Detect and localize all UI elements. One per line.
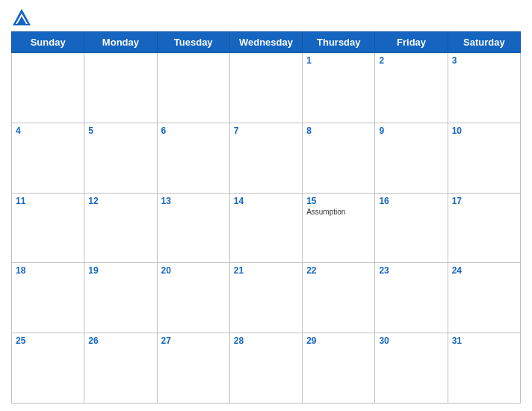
calendar-day-cell: 1 [303,53,375,123]
calendar-day-cell: 24 [448,263,520,333]
calendar-day-cell: 29 [303,333,375,404]
day-of-week-header: Wednesday [229,32,302,53]
calendar-day-cell [12,53,84,123]
day-of-week-header: Thursday [303,32,375,53]
day-number: 29 [306,336,371,346]
calendar-day-cell: 16 [375,193,448,263]
day-number: 21 [234,265,298,276]
day-number: 12 [88,196,152,206]
calendar-day-cell: 27 [157,333,229,404]
day-number: 24 [452,265,516,276]
day-of-week-header: Tuesday [157,32,229,53]
calendar-day-cell: 25 [12,333,84,404]
day-number: 3 [452,55,516,66]
day-number: 4 [16,126,80,136]
day-number: 25 [16,336,80,346]
day-number: 11 [16,196,80,206]
calendar-day-cell: 5 [84,123,157,193]
day-number: 23 [379,265,443,276]
day-event: Assumption [306,208,371,216]
day-of-week-header: Saturday [448,32,520,53]
day-number: 16 [379,196,443,206]
day-number: 17 [452,196,516,206]
calendar-day-cell [157,53,229,123]
calendar-day-cell: 11 [12,193,84,263]
calendar-day-cell: 12 [84,193,157,263]
calendar-day-cell: 26 [84,333,157,404]
day-number: 2 [379,55,443,66]
calendar-day-cell: 17 [448,193,520,263]
calendar-day-cell: 30 [375,333,448,404]
day-number: 8 [306,126,371,136]
calendar-day-cell: 8 [303,123,375,193]
calendar-day-cell: 21 [229,263,302,333]
calendar-day-cell [229,53,302,123]
day-number: 9 [379,126,443,136]
day-number: 18 [16,265,80,276]
calendar-day-cell: 22 [303,263,375,333]
calendar-table: SundayMondayTuesdayWednesdayThursdayFrid… [11,31,521,404]
calendar-day-cell: 28 [229,333,302,404]
calendar-day-cell [84,53,157,123]
page-header [11,7,521,28]
day-number: 15 [306,196,371,206]
logo-icon [11,7,32,28]
day-of-week-header: Friday [375,32,448,53]
day-number: 20 [161,265,226,276]
day-number: 30 [379,336,443,346]
day-number: 14 [234,196,298,206]
calendar-day-cell: 7 [229,123,302,193]
calendar-week-row: 18192021222324 [12,263,521,333]
day-number: 27 [161,336,226,346]
days-of-week-row: SundayMondayTuesdayWednesdayThursdayFrid… [12,32,521,53]
day-number: 26 [88,336,152,346]
calendar-week-row: 45678910 [12,123,521,193]
day-number: 13 [161,196,226,206]
calendar-day-cell: 14 [229,193,302,263]
day-number: 31 [452,336,516,346]
calendar-day-cell: 10 [448,123,520,193]
calendar-day-cell: 4 [12,123,84,193]
day-number: 10 [452,126,516,136]
day-number: 22 [306,265,371,276]
calendar-day-cell: 23 [375,263,448,333]
logo [11,7,35,28]
day-number: 19 [88,265,152,276]
calendar-day-cell: 31 [448,333,520,404]
calendar-week-row: 123 [12,53,521,123]
day-number: 7 [234,126,298,136]
calendar-week-row: 1112131415Assumption1617 [12,193,521,263]
day-number: 28 [234,336,298,346]
calendar-day-cell: 15Assumption [303,193,375,263]
calendar-day-cell: 6 [157,123,229,193]
calendar-day-cell: 9 [375,123,448,193]
calendar-day-cell: 20 [157,263,229,333]
day-number: 6 [161,126,226,136]
calendar-day-cell: 3 [448,53,520,123]
calendar-day-cell: 13 [157,193,229,263]
day-number: 1 [306,55,371,66]
day-of-week-header: Sunday [12,32,84,53]
calendar-week-row: 25262728293031 [12,333,521,404]
day-number: 5 [88,126,152,136]
calendar-day-cell: 2 [375,53,448,123]
calendar-day-cell: 18 [12,263,84,333]
day-of-week-header: Monday [84,32,157,53]
calendar-day-cell: 19 [84,263,157,333]
